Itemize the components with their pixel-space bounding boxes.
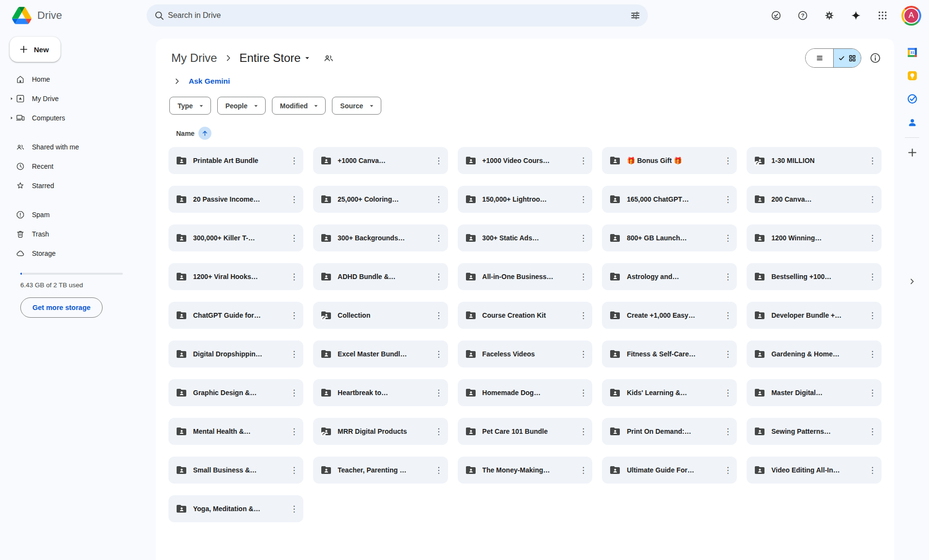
more-options-icon[interactable]: ⋮ <box>720 347 735 361</box>
folder-card[interactable]: Bestselling +100…⋮ <box>747 263 882 290</box>
more-options-icon[interactable]: ⋮ <box>720 424 735 439</box>
apps-grid-icon[interactable] <box>873 6 892 25</box>
more-options-icon[interactable]: ⋮ <box>865 347 880 361</box>
sidebar-item-trash[interactable]: Trash <box>7 224 145 244</box>
filter-chip-modified[interactable]: Modified <box>272 97 326 115</box>
folder-card[interactable]: Graphic Design &…⋮ <box>168 379 303 406</box>
grid-view-button[interactable] <box>833 49 861 67</box>
more-options-icon[interactable]: ⋮ <box>432 231 446 245</box>
folder-card[interactable]: Homemade Dog…⋮ <box>458 379 593 406</box>
folder-card[interactable]: The Money-Making…⋮ <box>458 457 593 484</box>
folder-card[interactable]: Collection⋮ <box>313 302 448 329</box>
folder-card[interactable]: Yoga, Meditation &…⋮ <box>168 495 303 522</box>
folder-card[interactable]: Ultimate Guide For…⋮ <box>602 457 737 484</box>
shared-members-icon[interactable] <box>323 52 334 64</box>
more-options-icon[interactable]: ⋮ <box>287 308 301 323</box>
more-options-icon[interactable]: ⋮ <box>720 385 735 400</box>
folder-card[interactable]: ChatGPT Guide for…⋮ <box>168 302 303 329</box>
more-options-icon[interactable]: ⋮ <box>287 424 301 439</box>
more-options-icon[interactable]: ⋮ <box>865 153 880 168</box>
folder-card[interactable]: Digital Dropshippin…⋮ <box>168 340 303 368</box>
more-options-icon[interactable]: ⋮ <box>865 269 880 284</box>
calendar-icon[interactable]: 31 <box>902 43 922 62</box>
folder-card[interactable]: MRR Digital Products⋮ <box>313 418 448 445</box>
ask-gemini-link[interactable]: Ask Gemini <box>189 77 230 86</box>
folder-card[interactable]: 300,000+ Killer T-…⋮ <box>168 224 303 251</box>
folder-card[interactable]: Kids' Learning &…⋮ <box>602 379 737 406</box>
more-options-icon[interactable]: ⋮ <box>576 308 590 323</box>
search-bar[interactable] <box>147 4 648 27</box>
folder-card[interactable]: All-in-One Business…⋮ <box>458 263 593 290</box>
folder-card[interactable]: Heartbreak to…⋮ <box>313 379 448 406</box>
more-options-icon[interactable]: ⋮ <box>720 192 735 206</box>
folder-card[interactable]: Gardening & Home…⋮ <box>747 340 882 368</box>
folder-card[interactable]: 25,000+ Coloring…⋮ <box>313 186 448 213</box>
tasks-icon[interactable] <box>902 89 922 108</box>
more-options-icon[interactable]: ⋮ <box>576 463 590 477</box>
more-options-icon[interactable]: ⋮ <box>720 269 735 284</box>
folder-card[interactable]: 20 Passive Income…⋮ <box>168 186 303 213</box>
sidebar-item-starred[interactable]: Starred <box>7 176 145 195</box>
expand-chevron-icon[interactable] <box>172 76 182 86</box>
offline-status-icon[interactable] <box>766 6 786 25</box>
sidebar-item-recent[interactable]: Recent <box>7 157 145 176</box>
folder-card[interactable]: Developer Bundle +…⋮ <box>747 302 882 329</box>
folder-card[interactable]: 1-30 MILLION⋮ <box>747 147 882 174</box>
more-options-icon[interactable]: ⋮ <box>432 269 446 284</box>
folder-card[interactable]: Sewing Patterns…⋮ <box>747 418 882 445</box>
folder-card[interactable]: Fitness & Self-Care…⋮ <box>602 340 737 368</box>
sidebar-item-home[interactable]: Home <box>7 70 145 89</box>
folder-card[interactable]: ADHD Bundle &…⋮ <box>313 263 448 290</box>
folder-card[interactable]: Video Editing All-In…⋮ <box>747 457 882 484</box>
folder-card[interactable]: Mental Health &…⋮ <box>168 418 303 445</box>
expand-arrow-icon[interactable] <box>8 96 15 101</box>
more-options-icon[interactable]: ⋮ <box>432 192 446 206</box>
more-options-icon[interactable]: ⋮ <box>287 463 301 477</box>
filter-chip-source[interactable]: Source <box>332 97 381 115</box>
folder-card[interactable]: Excel Master Bundl…⋮ <box>313 340 448 368</box>
get-more-storage-button[interactable]: Get more storage <box>20 297 103 318</box>
sort-ascending-button[interactable] <box>198 127 211 140</box>
folder-card[interactable]: 300+ Backgrounds…⋮ <box>313 224 448 251</box>
keep-icon[interactable] <box>902 66 922 85</box>
folder-card[interactable]: Astrology and…⋮ <box>602 263 737 290</box>
more-options-icon[interactable]: ⋮ <box>576 153 590 168</box>
more-options-icon[interactable]: ⋮ <box>720 463 735 477</box>
more-options-icon[interactable]: ⋮ <box>287 347 301 361</box>
more-options-icon[interactable]: ⋮ <box>865 424 880 439</box>
more-options-icon[interactable]: ⋮ <box>287 231 301 245</box>
more-options-icon[interactable]: ⋮ <box>865 463 880 477</box>
filter-chip-people[interactable]: People <box>217 97 266 115</box>
folder-card[interactable]: 1200+ Viral Hooks…⋮ <box>168 263 303 290</box>
folder-card[interactable]: Master Digital…⋮ <box>747 379 882 406</box>
sidebar-item-computers[interactable]: Computers <box>7 108 145 128</box>
breadcrumb-current-folder[interactable]: Entire Store <box>237 50 315 66</box>
more-options-icon[interactable]: ⋮ <box>287 192 301 206</box>
more-options-icon[interactable]: ⋮ <box>865 231 880 245</box>
folder-card[interactable]: 800+ GB Launch…⋮ <box>602 224 737 251</box>
advanced-search-tune-icon[interactable] <box>629 10 641 21</box>
settings-icon[interactable] <box>820 6 839 25</box>
folder-card[interactable]: Teacher, Parenting …⋮ <box>313 457 448 484</box>
folder-card[interactable]: 1200 Winning…⋮ <box>747 224 882 251</box>
folder-card[interactable]: Printable Art Bundle⋮ <box>168 147 303 174</box>
more-options-icon[interactable]: ⋮ <box>432 385 446 400</box>
more-options-icon[interactable]: ⋮ <box>432 153 446 168</box>
drive-brand[interactable]: Drive <box>12 7 147 24</box>
more-options-icon[interactable]: ⋮ <box>865 385 880 400</box>
more-options-icon[interactable]: ⋮ <box>720 231 735 245</box>
gemini-icon[interactable] <box>846 6 866 25</box>
folder-card[interactable]: Print On Demand:…⋮ <box>602 418 737 445</box>
folder-card[interactable]: Pet Care 101 Bundle⋮ <box>458 418 593 445</box>
folder-card[interactable]: Create +1,000 Easy…⋮ <box>602 302 737 329</box>
more-options-icon[interactable]: ⋮ <box>720 308 735 323</box>
sidebar-item-spam[interactable]: Spam <box>7 205 145 224</box>
more-options-icon[interactable]: ⋮ <box>287 269 301 284</box>
contacts-icon[interactable] <box>902 112 922 132</box>
more-options-icon[interactable]: ⋮ <box>720 153 735 168</box>
help-icon[interactable]: ? <box>793 6 812 25</box>
new-button[interactable]: New <box>10 37 60 62</box>
more-options-icon[interactable]: ⋮ <box>576 347 590 361</box>
folder-card[interactable]: +1000 Canva…⋮ <box>313 147 448 174</box>
plus-icon[interactable] <box>902 143 922 162</box>
